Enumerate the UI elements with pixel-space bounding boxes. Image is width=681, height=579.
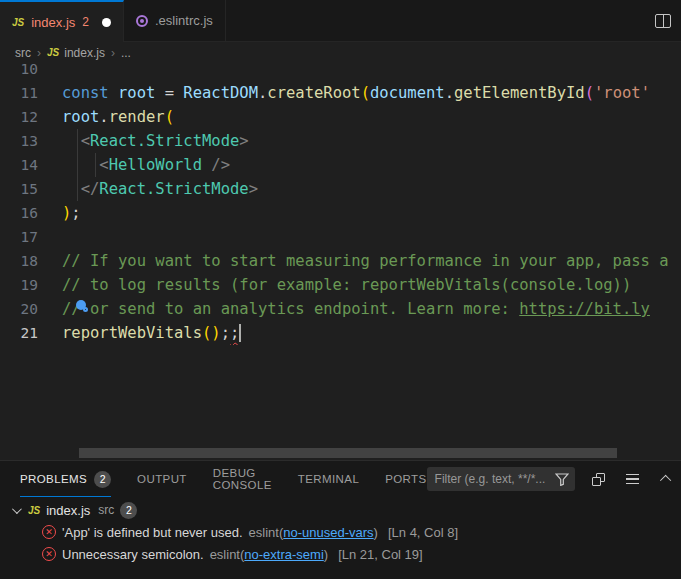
panel-header: PROBLEMS2OUTPUTDEBUG CONSOLETERMINALPORT… xyxy=(0,461,681,497)
line-number[interactable]: 17 xyxy=(0,225,62,249)
line-content[interactable]: // or send to an analytics endpoint. Lea… xyxy=(62,297,681,321)
tab-.eslintrc.js[interactable]: .eslintrc.js xyxy=(124,0,226,41)
line-number[interactable]: 13 xyxy=(0,129,62,153)
tab-index.js[interactable]: JSindex.js2 xyxy=(0,0,124,42)
code-line-12[interactable]: 12root.render( xyxy=(0,105,681,129)
line-number[interactable]: 21 xyxy=(0,321,62,345)
line-number[interactable]: 14 xyxy=(0,153,62,177)
token: React.StrictMode xyxy=(99,180,248,198)
code-line-14[interactable]: 14 <HelloWorld /> xyxy=(0,153,681,177)
token: https://bit.ly xyxy=(519,300,650,318)
panel-tab-ports[interactable]: PORTS xyxy=(385,461,426,497)
maximize-panel-icon[interactable] xyxy=(657,469,677,489)
code-line-17[interactable]: 17 xyxy=(0,225,681,249)
tab-label: .eslintrc.js xyxy=(155,13,213,28)
line-number[interactable]: 19 xyxy=(0,273,62,297)
code-line-18[interactable]: 18// If you want to start measuring perf… xyxy=(0,249,681,273)
token: React.StrictMode xyxy=(90,132,239,150)
breadcrumb-item-indexjs[interactable]: JSindex.js xyxy=(47,46,105,60)
token: . xyxy=(258,84,267,102)
line-number[interactable]: 12 xyxy=(0,105,62,129)
line-number[interactable]: 11 xyxy=(0,81,62,105)
code-line-13[interactable]: 13 <React.StrictMode> xyxy=(0,129,681,153)
breadcrumb: src›JSindex.js›... xyxy=(0,42,681,63)
problems-group-header[interactable]: JSindex.jssrc2 xyxy=(0,499,681,521)
panel-tabs: PROBLEMS2OUTPUTDEBUG CONSOLETERMINALPORT… xyxy=(20,461,427,497)
panel-tab-label: PORTS xyxy=(385,473,426,485)
inline-hint-icon[interactable] xyxy=(76,300,92,316)
breadcrumb-item-src[interactable]: src xyxy=(15,46,31,60)
panel-tab-label: OUTPUT xyxy=(137,473,187,485)
token: ; xyxy=(230,324,239,342)
panel-tab-output[interactable]: OUTPUT xyxy=(137,461,187,497)
token: () xyxy=(202,324,221,342)
token: render xyxy=(109,108,165,126)
token: reportWebVitals xyxy=(62,324,202,342)
panel-tab-debug-console[interactable]: DEBUG CONSOLE xyxy=(213,461,272,497)
problem-rule-link[interactable]: no-extra-semi xyxy=(244,547,323,562)
line-content[interactable]: </React.StrictMode> xyxy=(62,177,681,201)
eslint-icon xyxy=(136,15,148,27)
indent-guide xyxy=(77,129,78,201)
token: = xyxy=(155,84,183,102)
code-line-19[interactable]: 19// to log results (for example: report… xyxy=(0,273,681,297)
problem-location: [Ln 21, Col 19] xyxy=(338,547,423,562)
line-number[interactable]: 10 xyxy=(0,63,62,81)
panel-actions xyxy=(427,467,677,491)
problem-row[interactable]: ✕'App' is defined but never used.eslint(… xyxy=(0,521,681,543)
line-content[interactable]: // If you want to start measuring perfor… xyxy=(62,249,681,273)
scrollbar-thumb[interactable] xyxy=(79,448,617,458)
code-line-11[interactable]: 11const root = ReactDOM.createRoot(docum… xyxy=(0,81,681,105)
editor[interactable]: 1011const root = ReactDOM.createRoot(doc… xyxy=(0,63,681,460)
code-line-20[interactable]: 20// or send to an analytics endpoint. L… xyxy=(0,297,681,321)
line-content[interactable] xyxy=(62,225,681,249)
chevron-down-icon[interactable] xyxy=(12,504,22,514)
line-content[interactable] xyxy=(62,63,681,81)
token xyxy=(202,156,211,174)
line-content[interactable]: const root = ReactDOM.createRoot(documen… xyxy=(62,81,681,105)
modified-dot-icon xyxy=(102,18,111,27)
code-line-15[interactable]: 15 </React.StrictMode> xyxy=(0,177,681,201)
line-content[interactable]: reportWebVitals();; xyxy=(62,321,681,345)
code-line-16[interactable]: 16); xyxy=(0,201,681,225)
line-content[interactable]: root.render( xyxy=(62,105,681,129)
collapse-all-icon[interactable] xyxy=(589,469,609,489)
line-content[interactable]: <React.StrictMode> xyxy=(62,129,681,153)
token: < xyxy=(81,132,90,150)
problem-location: [Ln 4, Col 8] xyxy=(388,525,458,540)
code-area[interactable]: 1011const root = ReactDOM.createRoot(doc… xyxy=(0,63,681,345)
tab-error-count: 2 xyxy=(82,15,89,29)
code-line-21[interactable]: 21reportWebVitals();; xyxy=(0,321,681,345)
panel-tab-terminal[interactable]: TERMINAL xyxy=(298,461,359,497)
token: // If you want to start measuring perfor… xyxy=(62,252,669,270)
panel-tab-label: PROBLEMS xyxy=(20,473,87,485)
code-line-10[interactable]: 10 xyxy=(0,63,681,81)
filter-input[interactable] xyxy=(435,472,555,486)
token: > xyxy=(249,180,258,198)
token: ( xyxy=(585,84,594,102)
editor-actions xyxy=(655,0,681,41)
line-content[interactable]: // to log results (for example: reportWe… xyxy=(62,273,681,297)
panel-tab-label: DEBUG CONSOLE xyxy=(213,467,272,491)
view-as-table-icon[interactable] xyxy=(623,469,643,489)
line-number[interactable]: 18 xyxy=(0,249,62,273)
line-content[interactable]: <HelloWorld /> xyxy=(62,153,681,177)
split-editor-icon[interactable] xyxy=(655,14,671,28)
panel-tab-problems[interactable]: PROBLEMS2 xyxy=(20,461,111,497)
problems-filter[interactable] xyxy=(427,467,575,491)
breadcrumb-item-[interactable]: ... xyxy=(121,46,131,60)
tab-label: index.js xyxy=(31,15,75,30)
horizontal-scrollbar[interactable] xyxy=(0,448,681,458)
bottom-panel: PROBLEMS2OUTPUTDEBUG CONSOLETERMINALPORT… xyxy=(0,460,681,579)
token: const xyxy=(62,84,109,102)
line-number[interactable]: 15 xyxy=(0,177,62,201)
line-content[interactable]: ); xyxy=(62,201,681,225)
problem-rule-link[interactable]: no-unused-vars xyxy=(283,525,373,540)
js-file-icon: JS xyxy=(28,505,40,516)
problem-row[interactable]: ✕Unnecessary semicolon.eslint(no-extra-s… xyxy=(0,543,681,565)
token: ( xyxy=(361,84,370,102)
line-number[interactable]: 16 xyxy=(0,201,62,225)
text-cursor xyxy=(239,324,241,342)
token: . xyxy=(445,84,454,102)
line-number[interactable]: 20 xyxy=(0,297,62,321)
